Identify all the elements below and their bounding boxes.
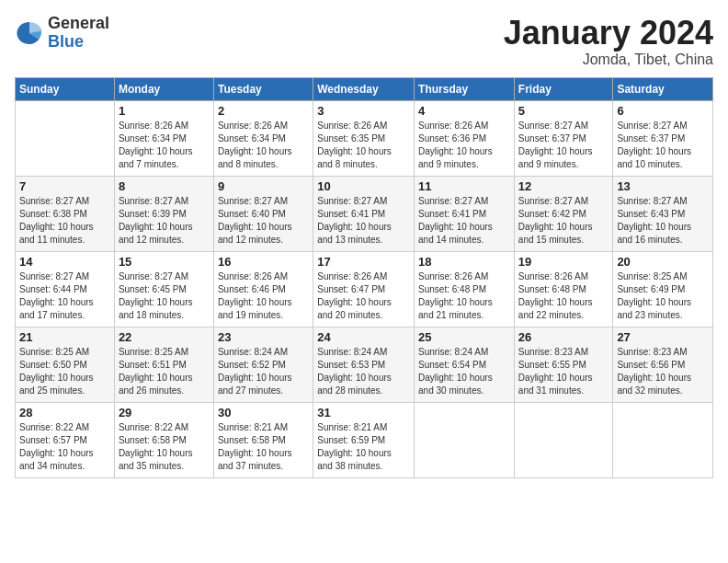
table-row: 25Sunrise: 8:24 AM Sunset: 6:54 PM Dayli… xyxy=(415,327,515,402)
day-number: 26 xyxy=(518,330,609,344)
day-info: Sunrise: 8:27 AM Sunset: 6:43 PM Dayligh… xyxy=(617,195,709,247)
day-number: 21 xyxy=(19,330,110,344)
day-info: Sunrise: 8:27 AM Sunset: 6:40 PM Dayligh… xyxy=(218,195,309,247)
day-info: Sunrise: 8:24 AM Sunset: 6:53 PM Dayligh… xyxy=(317,346,410,397)
table-row: 22Sunrise: 8:25 AM Sunset: 6:51 PM Dayli… xyxy=(114,327,213,402)
table-row: 1Sunrise: 8:26 AM Sunset: 6:34 PM Daylig… xyxy=(114,100,213,176)
table-row: 28Sunrise: 8:22 AM Sunset: 6:57 PM Dayli… xyxy=(16,402,115,477)
table-row: 31Sunrise: 8:21 AM Sunset: 6:59 PM Dayli… xyxy=(313,402,415,477)
day-info: Sunrise: 8:26 AM Sunset: 6:34 PM Dayligh… xyxy=(218,120,309,171)
day-number: 12 xyxy=(518,179,609,193)
day-number: 19 xyxy=(518,255,609,269)
table-row xyxy=(16,100,115,176)
day-number: 13 xyxy=(617,179,709,193)
day-info: Sunrise: 8:27 AM Sunset: 6:44 PM Dayligh… xyxy=(19,270,110,322)
table-row: 9Sunrise: 8:27 AM Sunset: 6:40 PM Daylig… xyxy=(213,176,313,251)
day-info: Sunrise: 8:27 AM Sunset: 6:38 PM Dayligh… xyxy=(19,195,110,247)
day-number: 28 xyxy=(19,406,110,419)
logo-blue-text: Blue xyxy=(48,33,109,52)
day-info: Sunrise: 8:26 AM Sunset: 6:35 PM Dayligh… xyxy=(317,120,410,171)
header-sunday: Sunday xyxy=(16,77,115,100)
table-row: 27Sunrise: 8:23 AM Sunset: 6:56 PM Dayli… xyxy=(613,327,713,402)
table-row: 23Sunrise: 8:24 AM Sunset: 6:52 PM Dayli… xyxy=(213,327,313,402)
calendar-week-row: 7Sunrise: 8:27 AM Sunset: 6:38 PM Daylig… xyxy=(16,176,713,251)
day-number: 17 xyxy=(317,255,410,269)
logo-icon xyxy=(15,18,44,48)
table-row: 15Sunrise: 8:27 AM Sunset: 6:45 PM Dayli… xyxy=(114,251,213,327)
day-number: 2 xyxy=(218,104,309,118)
day-number: 20 xyxy=(617,255,709,269)
header-monday: Monday xyxy=(114,77,213,100)
logo-general-text: General xyxy=(48,15,109,33)
page: General Blue January 2024 Jomda, Tibet, … xyxy=(0,0,728,563)
month-title: January 2024 xyxy=(504,15,713,52)
day-info: Sunrise: 8:26 AM Sunset: 6:48 PM Dayligh… xyxy=(518,270,609,322)
day-number: 16 xyxy=(218,255,309,269)
table-row: 20Sunrise: 8:25 AM Sunset: 6:49 PM Dayli… xyxy=(613,251,713,327)
day-info: Sunrise: 8:27 AM Sunset: 6:42 PM Dayligh… xyxy=(518,195,609,247)
header-saturday: Saturday xyxy=(613,77,713,100)
day-number: 29 xyxy=(119,406,210,419)
day-info: Sunrise: 8:27 AM Sunset: 6:37 PM Dayligh… xyxy=(617,120,709,171)
day-info: Sunrise: 8:21 AM Sunset: 6:59 PM Dayligh… xyxy=(317,421,410,473)
day-info: Sunrise: 8:22 AM Sunset: 6:58 PM Dayligh… xyxy=(119,421,210,473)
day-number: 27 xyxy=(617,330,709,344)
table-row: 24Sunrise: 8:24 AM Sunset: 6:53 PM Dayli… xyxy=(313,327,415,402)
table-row: 2Sunrise: 8:26 AM Sunset: 6:34 PM Daylig… xyxy=(213,100,313,176)
day-info: Sunrise: 8:25 AM Sunset: 6:49 PM Dayligh… xyxy=(617,270,709,322)
day-info: Sunrise: 8:27 AM Sunset: 6:39 PM Dayligh… xyxy=(119,195,210,247)
day-number: 31 xyxy=(317,406,410,419)
header-friday: Friday xyxy=(514,77,613,100)
day-info: Sunrise: 8:26 AM Sunset: 6:48 PM Dayligh… xyxy=(418,270,510,322)
day-info: Sunrise: 8:21 AM Sunset: 6:58 PM Dayligh… xyxy=(218,421,309,473)
day-number: 22 xyxy=(119,330,210,344)
table-row: 6Sunrise: 8:27 AM Sunset: 6:37 PM Daylig… xyxy=(613,100,713,176)
calendar-week-row: 28Sunrise: 8:22 AM Sunset: 6:57 PM Dayli… xyxy=(16,402,713,477)
day-info: Sunrise: 8:22 AM Sunset: 6:57 PM Dayligh… xyxy=(19,421,110,473)
table-row: 10Sunrise: 8:27 AM Sunset: 6:41 PM Dayli… xyxy=(313,176,415,251)
table-row: 30Sunrise: 8:21 AM Sunset: 6:58 PM Dayli… xyxy=(213,402,313,477)
table-row: 14Sunrise: 8:27 AM Sunset: 6:44 PM Dayli… xyxy=(16,251,115,327)
table-row: 21Sunrise: 8:25 AM Sunset: 6:50 PM Dayli… xyxy=(16,327,115,402)
weekday-header-row: Sunday Monday Tuesday Wednesday Thursday… xyxy=(16,77,713,100)
day-number: 15 xyxy=(119,255,210,269)
header: General Blue January 2024 Jomda, Tibet, … xyxy=(15,15,713,68)
day-number: 3 xyxy=(317,104,410,118)
day-number: 24 xyxy=(317,330,410,344)
day-number: 25 xyxy=(418,330,510,344)
day-number: 30 xyxy=(218,406,309,419)
logo-text: General Blue xyxy=(48,15,109,52)
header-wednesday: Wednesday xyxy=(313,77,415,100)
table-row: 29Sunrise: 8:22 AM Sunset: 6:58 PM Dayli… xyxy=(114,402,213,477)
table-row: 4Sunrise: 8:26 AM Sunset: 6:36 PM Daylig… xyxy=(415,100,515,176)
day-info: Sunrise: 8:26 AM Sunset: 6:34 PM Dayligh… xyxy=(119,120,210,171)
day-info: Sunrise: 8:27 AM Sunset: 6:41 PM Dayligh… xyxy=(317,195,410,247)
calendar-week-row: 1Sunrise: 8:26 AM Sunset: 6:34 PM Daylig… xyxy=(16,100,713,176)
day-number: 23 xyxy=(218,330,309,344)
table-row: 18Sunrise: 8:26 AM Sunset: 6:48 PM Dayli… xyxy=(415,251,515,327)
calendar-table: Sunday Monday Tuesday Wednesday Thursday… xyxy=(15,77,713,478)
table-row: 17Sunrise: 8:26 AM Sunset: 6:47 PM Dayli… xyxy=(313,251,415,327)
table-row: 13Sunrise: 8:27 AM Sunset: 6:43 PM Dayli… xyxy=(613,176,713,251)
calendar-week-row: 14Sunrise: 8:27 AM Sunset: 6:44 PM Dayli… xyxy=(16,251,713,327)
table-row: 16Sunrise: 8:26 AM Sunset: 6:46 PM Dayli… xyxy=(213,251,313,327)
table-row: 11Sunrise: 8:27 AM Sunset: 6:41 PM Dayli… xyxy=(415,176,515,251)
day-number: 6 xyxy=(617,104,709,118)
table-row: 3Sunrise: 8:26 AM Sunset: 6:35 PM Daylig… xyxy=(313,100,415,176)
day-info: Sunrise: 8:23 AM Sunset: 6:56 PM Dayligh… xyxy=(617,346,709,397)
day-info: Sunrise: 8:23 AM Sunset: 6:55 PM Dayligh… xyxy=(518,346,609,397)
day-info: Sunrise: 8:27 AM Sunset: 6:41 PM Dayligh… xyxy=(418,195,510,247)
day-number: 1 xyxy=(119,104,210,118)
table-row: 26Sunrise: 8:23 AM Sunset: 6:55 PM Dayli… xyxy=(514,327,613,402)
day-info: Sunrise: 8:26 AM Sunset: 6:46 PM Dayligh… xyxy=(218,270,309,322)
table-row: 12Sunrise: 8:27 AM Sunset: 6:42 PM Dayli… xyxy=(514,176,613,251)
table-row xyxy=(613,402,713,477)
table-row xyxy=(514,402,613,477)
table-row: 19Sunrise: 8:26 AM Sunset: 6:48 PM Dayli… xyxy=(514,251,613,327)
table-row: 5Sunrise: 8:27 AM Sunset: 6:37 PM Daylig… xyxy=(514,100,613,176)
day-number: 9 xyxy=(218,179,309,193)
day-number: 8 xyxy=(119,179,210,193)
day-number: 18 xyxy=(418,255,510,269)
title-block: January 2024 Jomda, Tibet, China xyxy=(504,15,713,68)
day-info: Sunrise: 8:25 AM Sunset: 6:50 PM Dayligh… xyxy=(19,346,110,397)
